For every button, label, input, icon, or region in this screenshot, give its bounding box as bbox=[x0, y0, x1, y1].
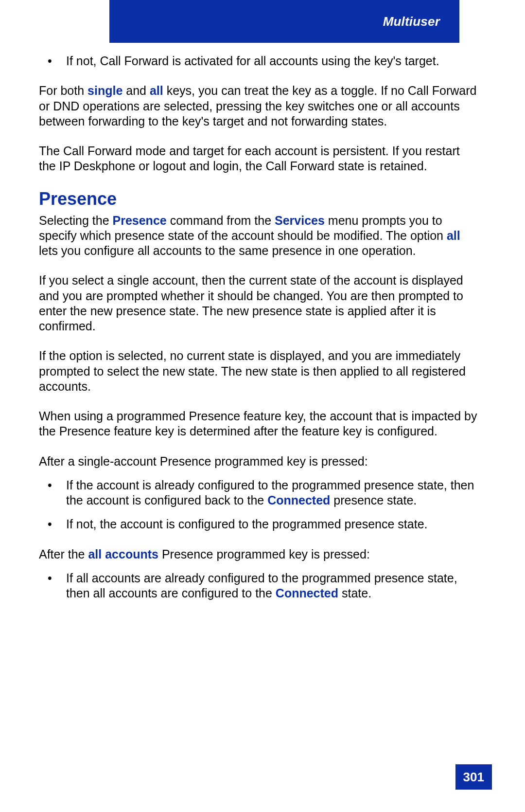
body-text: presence state. bbox=[330, 493, 417, 507]
emphasis-all-accounts: all accounts bbox=[88, 547, 158, 561]
list-item: If all accounts are already configured t… bbox=[39, 571, 479, 601]
body-text: If all accounts are already configured t… bbox=[66, 571, 457, 600]
body-text: After a single-account Presence programm… bbox=[39, 454, 368, 468]
body-text: When using a programmed Presence feature… bbox=[39, 409, 477, 438]
emphasis-all: all bbox=[447, 229, 460, 242]
list-item: If not, Call Forward is activated for al… bbox=[39, 54, 479, 69]
header-bar: Multiuser bbox=[109, 0, 459, 43]
body-text: The Call Forward mode and target for eac… bbox=[39, 144, 460, 173]
emphasis-connected: Connected bbox=[276, 586, 338, 600]
body-text: If not, the account is configured to the… bbox=[66, 517, 427, 531]
body-text: If not, Call Forward is activated for al… bbox=[66, 54, 439, 68]
page-number-box: 301 bbox=[455, 764, 492, 790]
list-item: If not, the account is configured to the… bbox=[39, 517, 479, 532]
body-text: After the bbox=[39, 547, 88, 561]
emphasis-all: all bbox=[150, 84, 163, 97]
page-number: 301 bbox=[463, 770, 484, 785]
emphasis-services: Services bbox=[275, 214, 325, 227]
body-text: If the option is selected, no current st… bbox=[39, 349, 466, 393]
emphasis-single: single bbox=[88, 84, 122, 97]
emphasis-presence: Presence bbox=[113, 214, 167, 227]
main-content: If not, Call Forward is activated for al… bbox=[39, 54, 479, 615]
bullet-list-2: If the account is already configured to … bbox=[39, 478, 479, 532]
body-text: Selecting the bbox=[39, 214, 113, 227]
paragraph: If the option is selected, no current st… bbox=[39, 348, 479, 394]
paragraph: For both single and all keys, you can tr… bbox=[39, 83, 479, 129]
document-page: Multiuser If not, Call Forward is activa… bbox=[0, 0, 525, 812]
bullet-list-1: If not, Call Forward is activated for al… bbox=[39, 54, 479, 69]
paragraph: The Call Forward mode and target for eac… bbox=[39, 144, 479, 174]
paragraph: If you select a single account, then the… bbox=[39, 273, 479, 334]
header-title: Multiuser bbox=[383, 14, 440, 29]
paragraph: After the all accounts Presence programm… bbox=[39, 547, 479, 562]
paragraph: When using a programmed Presence feature… bbox=[39, 409, 479, 439]
bullet-list-3: If all accounts are already configured t… bbox=[39, 571, 479, 601]
body-text: and bbox=[122, 84, 150, 97]
paragraph: After a single-account Presence programm… bbox=[39, 454, 479, 469]
body-text: For both bbox=[39, 84, 88, 97]
body-text: lets you configure all accounts to the s… bbox=[39, 244, 416, 257]
body-text: Presence programmed key is pressed: bbox=[158, 547, 370, 561]
section-heading-presence: Presence bbox=[39, 189, 479, 209]
list-item: If the account is already configured to … bbox=[39, 478, 479, 508]
body-text: state. bbox=[338, 586, 371, 600]
body-text: If you select a single account, then the… bbox=[39, 273, 463, 333]
emphasis-connected: Connected bbox=[267, 493, 330, 507]
body-text: command from the bbox=[167, 214, 275, 227]
paragraph: Selecting the Presence command from the … bbox=[39, 213, 479, 259]
